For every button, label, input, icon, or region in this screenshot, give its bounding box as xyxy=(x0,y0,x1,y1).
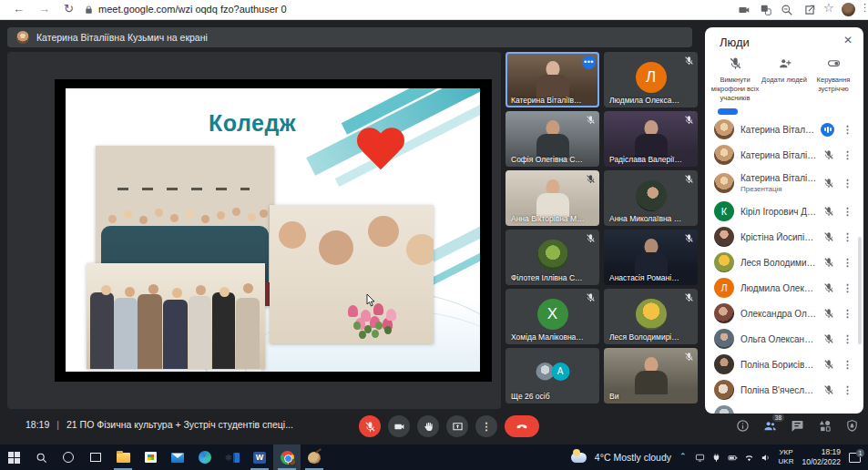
weather-icon[interactable] xyxy=(571,453,587,463)
host-controls-button[interactable]: Керування зустріччю xyxy=(809,56,858,102)
participant-row[interactable]: Поліна Борисівна Бадах ⋮ xyxy=(705,352,863,377)
meeting-details-icon[interactable] xyxy=(736,419,750,433)
chrome-button[interactable] xyxy=(273,444,301,470)
mute-all-label: Вимкнути мікрофони всіх учасників xyxy=(710,76,760,102)
participant-row[interactable]: Леся Володимирівна Ше... ⋮ xyxy=(705,250,863,275)
participant-menu-icon[interactable]: ⋮ xyxy=(841,178,854,189)
zoom-out-icon[interactable] xyxy=(781,4,793,16)
cortana-button[interactable] xyxy=(55,444,82,470)
back-icon[interactable]: ← xyxy=(13,2,25,15)
people-panel-title: Люди xyxy=(720,36,750,49)
participant-row-partial[interactable] xyxy=(705,403,863,414)
forward-icon[interactable]: → xyxy=(38,2,50,15)
profile-avatar[interactable] xyxy=(842,3,855,16)
more-people-label: Ще 26 осіб xyxy=(511,392,585,401)
participant-menu-icon[interactable]: ⋮ xyxy=(841,282,854,294)
folder-icon xyxy=(117,453,130,463)
mic-off-icon xyxy=(684,233,694,243)
participant-menu-icon[interactable]: ⋮ xyxy=(841,308,854,320)
end-call-button[interactable] xyxy=(505,415,539,437)
plugged-in-icon[interactable] xyxy=(711,453,721,463)
edge-button[interactable] xyxy=(191,444,219,470)
gimp-button[interactable] xyxy=(301,444,328,470)
tile-more-people[interactable]: А Ще 26 осіб xyxy=(505,348,599,404)
participant-row[interactable]: Катерина Віталіївна Кузь... ⋮ xyxy=(705,142,863,168)
activities-icon[interactable] xyxy=(818,419,832,433)
participant-menu-icon[interactable]: ⋮ xyxy=(841,384,854,396)
mic-off-icon xyxy=(823,178,834,189)
reader-app-button[interactable]: ✱ xyxy=(219,444,246,470)
camera-button[interactable] xyxy=(388,415,410,437)
close-icon[interactable]: ✕ xyxy=(843,34,853,46)
photo-figure xyxy=(163,300,188,369)
participant-row[interactable]: Крістіна Йосипівна Тороні ⋮ xyxy=(705,224,863,250)
start-button[interactable] xyxy=(0,444,27,470)
panel-scrollbar[interactable] xyxy=(858,237,862,344)
translate-icon[interactable] xyxy=(760,4,772,16)
bookmark-star-icon[interactable]: ☆ xyxy=(823,1,834,15)
word-button[interactable]: W xyxy=(246,444,273,470)
letter-avatar: Л xyxy=(636,62,667,93)
tile-liudmyla[interactable]: Л Людмила Олександрів... xyxy=(604,52,698,107)
present-button[interactable] xyxy=(446,415,468,437)
camera-in-use-icon[interactable] xyxy=(738,4,751,16)
display-icon[interactable] xyxy=(695,453,705,463)
mail-button[interactable] xyxy=(164,444,191,470)
tile-name: Леся Володимирівна Ш... xyxy=(609,332,683,342)
participant-avatar xyxy=(714,252,734,272)
host-controls-icon[interactable] xyxy=(845,419,859,433)
people-panel-icon[interactable]: 38 xyxy=(763,419,777,433)
file-explorer-button[interactable] xyxy=(109,444,137,470)
taskbar-search[interactable] xyxy=(27,444,55,470)
tile-filoteia[interactable]: Філотея Іллівна Сурду xyxy=(505,230,599,285)
tile-sofia[interactable]: Софія Олегівна Скрип... xyxy=(505,111,599,167)
weather-text[interactable]: 4°C Mostly cloudy xyxy=(595,452,671,463)
participant-menu-icon[interactable]: ⋮ xyxy=(841,206,854,218)
taskbar-clock[interactable]: 18:19 10/02/2022 xyxy=(802,447,841,466)
action-center-icon[interactable]: 1 xyxy=(849,453,861,463)
participant-row[interactable]: Катерина Віталіївна Кузь... Презентація … xyxy=(705,168,863,199)
tile-anna-v[interactable]: Анна Вікторівна Масл... xyxy=(505,170,599,226)
tile-khomida[interactable]: X Хоміда Маліковна Суфі... xyxy=(505,289,599,344)
participant-row[interactable]: Л Людмила Олександрівн... ⋮ xyxy=(705,275,863,301)
browser-toolbar: ← → ↻ meet.google.com/wzi oqdq fzo?authu… xyxy=(0,0,868,20)
participant-menu-icon[interactable]: ⋮ xyxy=(841,257,854,269)
chat-icon[interactable] xyxy=(791,419,804,433)
participant-row[interactable]: Поліна В'ячеславівна Да... ⋮ xyxy=(705,377,863,403)
battery-icon[interactable] xyxy=(728,453,738,463)
participant-row[interactable]: Ольга Олександрівна Д... ⋮ xyxy=(705,326,863,352)
share-icon[interactable] xyxy=(803,4,816,16)
address-bar[interactable]: meet.google.com/wzi oqdq fzo?authuser 0 xyxy=(98,4,287,15)
browser-menu-icon[interactable]: ⋮ xyxy=(860,2,868,14)
participant-menu-icon[interactable]: ⋮ xyxy=(841,359,854,371)
refresh-icon[interactable]: ↻ xyxy=(64,2,74,15)
microsoft-store-button[interactable] xyxy=(137,444,164,470)
participant-row[interactable]: К Кіріл Ігорович Добрянсь... ⋮ xyxy=(705,199,863,224)
tray-expand-icon[interactable]: ⌃ xyxy=(679,452,687,461)
more-options-button[interactable]: ⋮ xyxy=(475,415,497,437)
wifi-icon[interactable] xyxy=(744,453,754,463)
tile-anastasiia[interactable]: Анастасія Романівна Б... xyxy=(604,230,698,285)
raise-hand-button[interactable] xyxy=(417,415,439,437)
tile-options-icon[interactable]: ••• xyxy=(582,56,596,69)
participant-row[interactable]: Катерина Віталіївна Кузь... ⋮ xyxy=(705,117,863,142)
volume-icon[interactable] xyxy=(761,453,771,463)
tile-anna-m[interactable]: Анна Миколаївна Берд... xyxy=(604,170,698,226)
tile-katerina[interactable]: ••• Катерина Віталіївна К... xyxy=(505,52,599,107)
add-people-button[interactable]: Додати людей xyxy=(760,56,809,102)
tile-radislava[interactable]: Радіслава Валеріївна ... xyxy=(604,111,698,167)
participant-menu-icon[interactable]: ⋮ xyxy=(841,149,854,161)
tile-name: Анна Вікторівна Масл... xyxy=(511,214,585,223)
tile-lesia[interactable]: Леся Володимирівна Ш... xyxy=(604,289,698,344)
participant-menu-icon[interactable]: ⋮ xyxy=(841,124,854,136)
language-indicator[interactable]: УКР UKR xyxy=(779,448,794,465)
participant-menu-icon[interactable]: ⋮ xyxy=(841,231,854,243)
presentation-stage[interactable]: Коледж xyxy=(7,52,501,409)
mic-off-button[interactable] xyxy=(359,415,381,437)
mute-all-button[interactable]: Вимкнути мікрофони всіх учасників xyxy=(710,56,760,102)
mic-off-icon xyxy=(823,149,834,160)
participant-menu-icon[interactable]: ⋮ xyxy=(841,333,854,345)
participant-row[interactable]: Олександра Олександр... ⋮ xyxy=(705,301,863,326)
task-view-button[interactable] xyxy=(82,444,109,470)
tile-you[interactable]: Ви xyxy=(604,348,698,404)
